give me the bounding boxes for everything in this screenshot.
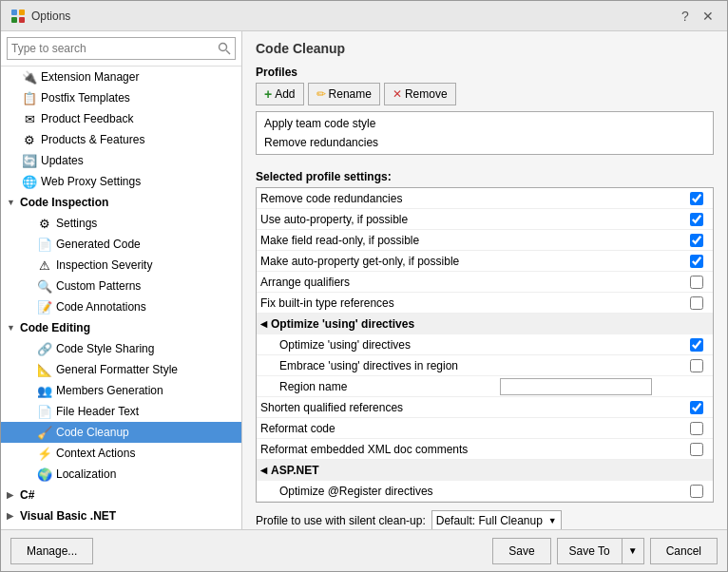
settings-rows-container: Remove code redundanciesUse auto-propert…: [256, 187, 714, 503]
settings-row-checkbox[interactable]: [690, 359, 703, 372]
settings-row: Remove code redundancies: [257, 188, 713, 209]
settings-section-header[interactable]: ◀Optimize 'using' directives: [257, 314, 713, 334]
settings-row-checkbox-wrap[interactable]: [684, 213, 713, 226]
save-button[interactable]: Save: [492, 538, 550, 564]
settings-row-checkbox-wrap[interactable]: [684, 234, 713, 247]
tree-label-vbnet: Visual Basic .NET: [20, 509, 116, 523]
section-arrow-icon: ◀: [260, 466, 267, 475]
rename-button[interactable]: ✏ Rename: [308, 83, 380, 105]
settings-row-checkbox[interactable]: [690, 401, 703, 414]
settings-row: Reformat code: [257, 418, 713, 439]
tree-item-settings[interactable]: ⚙Settings: [1, 213, 241, 234]
tree-item-extension-manager[interactable]: 🔌Extension Manager: [1, 67, 241, 87]
settings-row-checkbox[interactable]: [690, 192, 703, 205]
tree-item-file-header-text[interactable]: 📄File Header Text: [1, 401, 241, 422]
tree-icon-general-formatter-style: 📐: [37, 362, 52, 377]
save-to-button[interactable]: Save To: [557, 538, 622, 564]
settings-row-checkbox-wrap[interactable]: [684, 422, 713, 435]
settings-row-checkbox[interactable]: [690, 296, 703, 310]
tree-label-web-proxy-settings: Web Proxy Settings: [41, 175, 141, 188]
tree-item-generated-code[interactable]: 📄Generated Code: [1, 234, 241, 255]
remove-label: Remove: [405, 87, 448, 101]
region-name-input[interactable]: [500, 378, 652, 395]
add-label: Add: [275, 87, 295, 101]
tree-item-web-proxy-settings[interactable]: 🌐Web Proxy Settings: [1, 171, 241, 192]
settings-row: Fix built-in type references: [257, 293, 713, 314]
settings-section-header[interactable]: ◀ASP.NET: [257, 460, 713, 481]
remove-button[interactable]: ✕ Remove: [384, 83, 456, 105]
manage-button[interactable]: Manage...: [10, 538, 93, 564]
tree-icon-updates: 🔄: [22, 153, 37, 168]
save-to-arrow[interactable]: ▼: [622, 538, 644, 564]
settings-row: Reformat embedded XML doc comments: [257, 439, 713, 460]
tree-item-code-annotations[interactable]: 📝Code Annotations: [1, 296, 241, 317]
settings-row-label: Make auto-property get-only, if possible: [257, 253, 684, 270]
settings-row-checkbox[interactable]: [690, 255, 703, 268]
tree-label-product-feedback: Product Feedback: [41, 112, 133, 125]
tree-icon-extension-manager: 🔌: [22, 69, 37, 85]
settings-row-checkbox-wrap[interactable]: [684, 338, 713, 352]
tree-item-inspection-severity[interactable]: ⚠Inspection Severity: [1, 255, 241, 276]
tree-label-extension-manager: Extension Manager: [41, 70, 139, 84]
footer-bar: Manage... Save Save To ▼ Cancel: [1, 529, 727, 571]
svg-rect-1: [19, 10, 25, 15]
settings-row-checkbox[interactable]: [690, 338, 703, 352]
settings-row-checkbox[interactable]: [690, 443, 703, 456]
title-bar: Options ? ✕: [1, 1, 727, 31]
settings-row-checkbox-wrap[interactable]: [684, 485, 713, 498]
tree-label-general-formatter-style: General Formatter Style: [56, 363, 178, 376]
settings-row-checkbox-wrap[interactable]: [684, 443, 713, 456]
right-panel: Code Cleanup Profiles + Add ✏ Rename ✕ R…: [242, 31, 727, 529]
settings-row-checkbox[interactable]: [690, 485, 703, 498]
settings-row-checkbox-wrap[interactable]: [684, 296, 713, 310]
rename-icon: ✏: [316, 87, 326, 101]
profile-footer-dropdown-icon: ▼: [548, 516, 557, 525]
tree-item-general-formatter-style[interactable]: 📐General Formatter Style: [1, 359, 241, 380]
tree-item-context-actions[interactable]: ⚡Context Actions: [1, 443, 241, 464]
tree-item-product-feedback[interactable]: ✉Product Feedback: [1, 108, 241, 129]
tree-item-code-inspection[interactable]: ▼Code Inspection: [1, 192, 241, 213]
title-bar-buttons: ? ✕: [676, 7, 718, 26]
settings-row-label: Reformat embedded XML doc comments: [257, 441, 684, 458]
tree-item-csharp[interactable]: ▶C#: [1, 485, 241, 505]
tree-item-products-features[interactable]: ⚙Products & Features: [1, 129, 241, 150]
tree-item-members-generation[interactable]: 👥Members Generation: [1, 380, 241, 401]
tree-item-localization[interactable]: 🌍Localization: [1, 464, 241, 485]
tree-item-code-style-sharing[interactable]: 🔗Code Style Sharing: [1, 338, 241, 359]
profiles-label: Profiles: [256, 66, 714, 79]
settings-row-label: Shorten qualified references: [257, 399, 684, 416]
help-button[interactable]: ?: [676, 7, 695, 26]
profile-item[interactable]: Apply team code style: [257, 114, 713, 133]
tree-item-code-editing[interactable]: ▼Code Editing: [1, 317, 241, 338]
tree-scroll-container: 🔌Extension Manager📋Postfix Templates✉Pro…: [1, 67, 241, 529]
tree-item-custom-patterns[interactable]: 🔍Custom Patterns: [1, 276, 241, 296]
tree-items: 🔌Extension Manager📋Postfix Templates✉Pro…: [1, 67, 241, 529]
section-arrow-icon: ◀: [260, 319, 267, 329]
settings-row-checkbox[interactable]: [690, 234, 703, 247]
svg-rect-3: [19, 17, 25, 23]
profile-item[interactable]: Remove redundancies: [257, 133, 713, 152]
settings-row-checkbox[interactable]: [690, 422, 703, 435]
settings-row-label: Reformat code: [257, 420, 684, 437]
tree-item-vbnet[interactable]: ▶Visual Basic .NET: [1, 505, 241, 526]
settings-row-checkbox-wrap[interactable]: [684, 276, 713, 289]
tree-icon-localization: 🌍: [37, 467, 52, 482]
tree-item-updates[interactable]: 🔄Updates: [1, 150, 241, 171]
profile-footer-select[interactable]: Default: Full Cleanup ▼: [431, 510, 562, 529]
settings-row-checkbox-wrap[interactable]: [684, 401, 713, 414]
svg-point-4: [220, 44, 227, 51]
settings-row: Shorten qualified references: [257, 397, 713, 418]
settings-row-checkbox-wrap[interactable]: [684, 192, 713, 205]
tree-item-code-cleanup[interactable]: 🧹Code Cleanup: [1, 422, 241, 443]
close-button[interactable]: ✕: [699, 7, 718, 26]
settings-row-checkbox-wrap[interactable]: [684, 255, 713, 268]
add-button[interactable]: + Add: [256, 83, 304, 105]
settings-row-checkbox-wrap[interactable]: [684, 359, 713, 372]
settings-row-checkbox[interactable]: [690, 276, 703, 289]
tree-icon-code-annotations: 📝: [37, 299, 52, 315]
search-input[interactable]: [11, 42, 218, 55]
cancel-button[interactable]: Cancel: [650, 538, 718, 564]
tree-item-postfix-templates[interactable]: 📋Postfix Templates: [1, 87, 241, 108]
settings-row-checkbox[interactable]: [690, 213, 703, 226]
tree-icon-product-feedback: ✉: [22, 111, 37, 126]
